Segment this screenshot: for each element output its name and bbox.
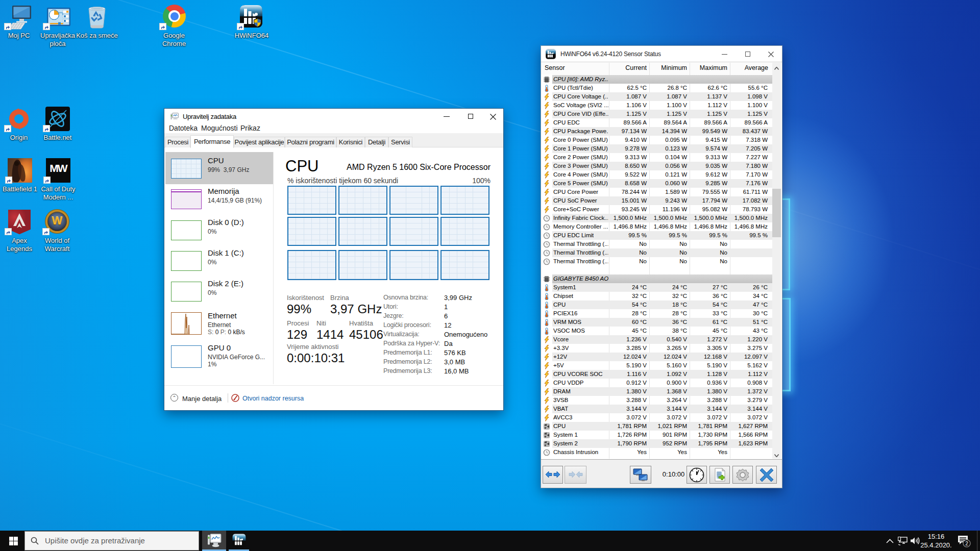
svg-text:2: 2	[965, 541, 968, 546]
